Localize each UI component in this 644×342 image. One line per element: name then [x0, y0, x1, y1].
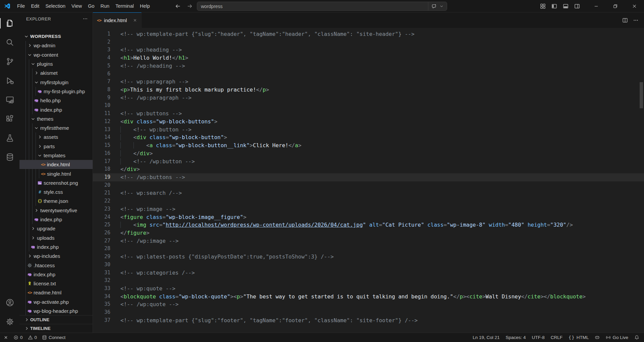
tree-item-wp-includes[interactable]: wp-includes: [19, 251, 93, 261]
line-number[interactable]: 20: [93, 181, 110, 189]
line-number[interactable]: 18: [93, 165, 110, 173]
tree-item-parts[interactable]: parts: [19, 142, 93, 151]
activity-search-icon[interactable]: [0, 33, 19, 52]
chevron-down-icon[interactable]: [27, 52, 33, 57]
code-line-22[interactable]: 22: [93, 197, 644, 205]
line-number[interactable]: 3: [93, 46, 110, 54]
line-number[interactable]: 5: [93, 62, 110, 70]
code-line-33[interactable]: 33<!-- wp:quote -->: [93, 285, 644, 293]
activity-database-icon[interactable]: [0, 148, 19, 167]
code-line-27[interactable]: 27<!-- /wp:image -->: [93, 237, 644, 245]
tree-item-index-php[interactable]: index.php: [19, 105, 93, 114]
status-warnings[interactable]: 0: [28, 335, 37, 340]
code-line-36[interactable]: 36: [93, 308, 644, 317]
chevron-right-icon[interactable]: [34, 208, 39, 213]
chevron-right-icon[interactable]: [30, 226, 36, 231]
code-line-19[interactable]: 19<!-- /wp:buttons -->: [93, 173, 644, 181]
toggle-primary-sidebar-icon[interactable]: [551, 3, 557, 9]
tree-item-single-html[interactable]: <>single.html: [19, 169, 93, 178]
tree-item-theme-json[interactable]: {}theme.json: [19, 196, 93, 206]
more-actions-icon[interactable]: [633, 17, 639, 23]
line-number[interactable]: 36: [93, 308, 110, 317]
code-line-25[interactable]: 25 <img src="http://localhost/wordpress/…: [93, 221, 644, 229]
tree-item-index-html[interactable]: <>index.html: [19, 160, 93, 169]
timeline-section[interactable]: TIMELINE: [19, 324, 93, 333]
minimize-button[interactable]: [587, 0, 606, 12]
tree-item-wordpress[interactable]: WORDPRESS: [19, 32, 93, 41]
code-line-26[interactable]: 26</figure>: [93, 229, 644, 237]
chevron-down-icon[interactable]: [30, 61, 36, 66]
line-number[interactable]: 37: [93, 317, 110, 325]
command-center-search[interactable]: wordpress: [197, 2, 447, 11]
code-line-24[interactable]: 24<figure class="wp-block-image__figure"…: [93, 213, 644, 221]
tree-item-hello-php[interactable]: hello.php: [19, 96, 93, 105]
customize-layout-icon[interactable]: [540, 3, 546, 9]
activity-source-control-icon[interactable]: [0, 52, 19, 71]
line-number[interactable]: 34: [93, 293, 110, 301]
line-number[interactable]: 28: [93, 245, 110, 253]
line-number[interactable]: 7: [93, 78, 110, 86]
activity-settings-icon[interactable]: [0, 312, 19, 331]
chevron-right-icon[interactable]: [30, 235, 36, 240]
code-line-35[interactable]: 35<!-- /wp:quote -->: [93, 300, 644, 308]
code-line-23[interactable]: 23<!-- wp:image -->: [93, 205, 644, 213]
line-number[interactable]: 26: [93, 229, 110, 237]
line-number[interactable]: 29: [93, 253, 110, 261]
line-number[interactable]: 12: [93, 118, 110, 126]
tree-item-readme-html[interactable]: <>readme.html: [19, 288, 93, 297]
search-input[interactable]: wordpress: [201, 4, 223, 9]
status-indentation[interactable]: Spaces: 4: [506, 335, 526, 340]
tree-item-uploads[interactable]: uploads: [19, 233, 93, 242]
code-line-11[interactable]: 11<!-- wp:buttons -->: [93, 110, 644, 118]
tree-item-index-php[interactable]: index.php: [19, 270, 93, 279]
code-line-9[interactable]: 9<!-- /wp:paragraph -->: [93, 94, 644, 102]
toggle-panel-icon[interactable]: [563, 3, 569, 9]
chevron-right-icon[interactable]: [34, 70, 39, 75]
split-editor-icon[interactable]: [622, 17, 628, 23]
code-editor[interactable]: 1<!-- wp:template-part {"slug":"header",…: [93, 28, 644, 333]
line-number[interactable]: 30: [93, 261, 110, 269]
chevron-right-icon[interactable]: [37, 134, 43, 139]
code-line-17[interactable]: 17 <!-- /wp:button -->: [93, 158, 644, 166]
code-line-8[interactable]: 8<p>This is my first block markup practi…: [93, 86, 644, 94]
status-remote[interactable]: [3, 335, 8, 340]
menu-edit[interactable]: Edit: [28, 0, 42, 12]
line-number[interactable]: 11: [93, 110, 110, 118]
tree-item-screenshot-png[interactable]: screenshot.png: [19, 178, 93, 187]
tab-index-html[interactable]: <> index.html: [93, 12, 142, 28]
chevron-down-icon[interactable]: [30, 116, 36, 121]
status-go-live[interactable]: Go Live: [606, 335, 628, 340]
line-number[interactable]: 14: [93, 133, 110, 141]
copilot-chat-icon[interactable]: [431, 4, 437, 9]
activity-extensions-icon[interactable]: [0, 109, 19, 128]
tree-item-wp-content[interactable]: wp-content: [19, 50, 93, 59]
code-line-15[interactable]: 15 <a class="wp-block-button__link">Clic…: [93, 141, 644, 150]
tree-item-myfirstplugin[interactable]: myfirstplugin: [19, 77, 93, 87]
tree-item-wp-blog-header-php[interactable]: wp-blog-header.php: [19, 306, 93, 315]
code-line-14[interactable]: 14 <div class="wp-block-button">: [93, 133, 644, 141]
code-line-1[interactable]: 1<!-- wp:template-part {"slug":"header",…: [93, 30, 644, 38]
status-encoding[interactable]: UTF-8: [532, 335, 545, 340]
toggle-secondary-sidebar-icon[interactable]: [574, 3, 580, 9]
code-line-32[interactable]: 32: [93, 277, 644, 285]
tree-item-plugins[interactable]: plugins: [19, 59, 93, 68]
menu-help[interactable]: Help: [137, 0, 153, 12]
code-line-20[interactable]: 20: [93, 181, 644, 189]
outline-section[interactable]: OUTLINE: [19, 315, 93, 324]
code-line-13[interactable]: 13 <!-- wp:button -->: [93, 126, 644, 134]
tree-item-templates[interactable]: templates: [19, 151, 93, 160]
line-number[interactable]: 23: [93, 205, 110, 213]
code-line-37[interactable]: 37<!-- wp:template-part {"slug":"footer"…: [93, 317, 644, 325]
tree-item-myfirsttheme[interactable]: myfirsttheme: [19, 123, 93, 132]
tree-item-my-first-plugin-php[interactable]: my-first-plugin.php: [19, 87, 93, 96]
tree-item-index-php[interactable]: index.php: [19, 242, 93, 251]
line-number[interactable]: 6: [93, 70, 110, 78]
line-number[interactable]: 35: [93, 300, 110, 308]
code-line-7[interactable]: 7<!-- wp:paragraph -->: [93, 78, 644, 86]
code-line-28[interactable]: 28: [93, 245, 644, 253]
status-copilot[interactable]: [595, 335, 600, 340]
menu-terminal[interactable]: Terminal: [112, 0, 137, 12]
code-line-10[interactable]: 10: [93, 102, 644, 110]
status-eol[interactable]: CRLF: [551, 335, 562, 340]
code-line-30[interactable]: 30: [93, 261, 644, 269]
